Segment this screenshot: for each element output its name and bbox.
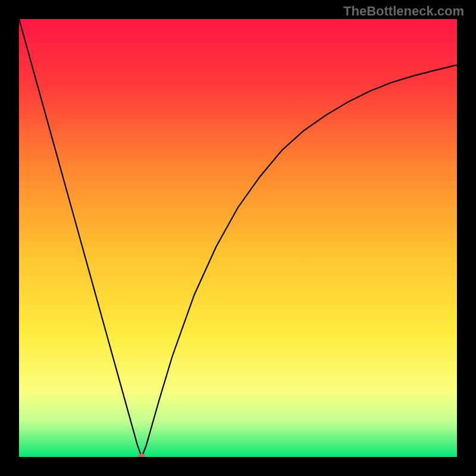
gradient-background bbox=[19, 19, 457, 457]
plot-area bbox=[19, 19, 457, 457]
chart-container: TheBottleneck.com bbox=[0, 0, 476, 476]
chart-svg bbox=[19, 19, 457, 457]
watermark-text: TheBottleneck.com bbox=[343, 4, 464, 19]
